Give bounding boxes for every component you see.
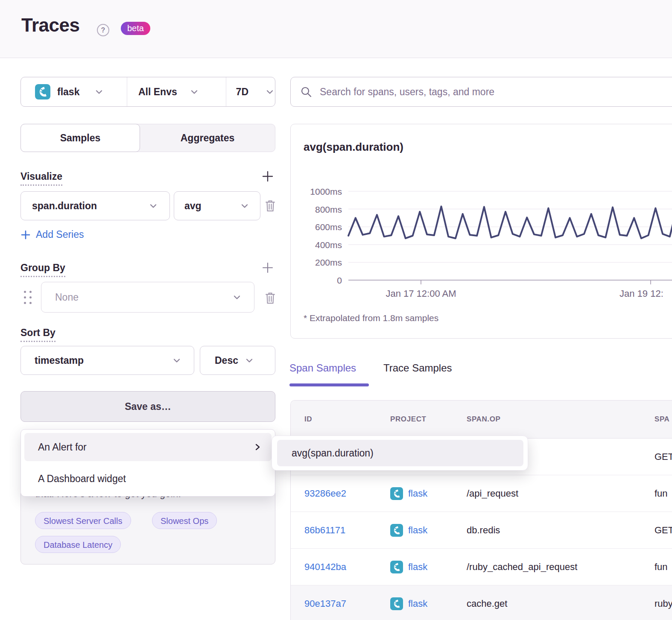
alert-submenu: avg(span.duration)	[272, 436, 528, 471]
menu-item-label: A Dashboard widget	[38, 473, 126, 485]
menu-item-label: An Alert for	[38, 442, 87, 453]
chevron-down-icon	[172, 355, 182, 366]
help-icon[interactable]: ?	[97, 24, 109, 36]
project-link[interactable]: flask	[408, 598, 427, 609]
table-row: 90e137a7flaskcache.getruby	[291, 585, 672, 620]
suggestion-pill-database-latency[interactable]: Database Latency	[35, 536, 121, 553]
environment-selector[interactable]: All Envs	[127, 77, 226, 106]
menu-item-an-alert-for[interactable]: An Alert for	[24, 433, 272, 461]
page-title: Traces	[21, 15, 79, 36]
y-axis-tick-label: 400ms	[315, 240, 342, 250]
flask-project-icon	[35, 84, 50, 99]
span-search-bar[interactable]	[290, 77, 672, 107]
visualize-heading: Visualize	[20, 171, 62, 186]
project-cell[interactable]: flask	[390, 549, 427, 585]
span-id-link[interactable]: 86b61171	[304, 512, 345, 548]
sort-direction-value: Desc	[215, 355, 238, 366]
visualize-aggregate-select[interactable]: avg	[174, 191, 260, 220]
column-header-project: PROJECT	[390, 401, 427, 438]
submenu-item-avg-span-duration[interactable]: avg(span.duration)	[277, 440, 523, 466]
project-link[interactable]: flask	[408, 562, 427, 573]
add-series-button[interactable]: Add Series	[20, 229, 84, 240]
save-as-button[interactable]: Save as…	[20, 391, 275, 422]
chevron-down-icon	[189, 87, 199, 97]
flask-project-icon	[390, 524, 403, 537]
drag-handle[interactable]	[22, 290, 33, 305]
y-axis-tick-label: 0	[337, 275, 342, 285]
span-id-link[interactable]: 90e137a7	[304, 585, 346, 620]
tab-trace-samples[interactable]: Trace Samples	[383, 362, 452, 374]
group-by-placeholder: None	[55, 292, 79, 303]
beta-badge: beta	[121, 22, 150, 35]
project-selector[interactable]: flask	[21, 77, 127, 106]
delete-visualize-icon[interactable]	[263, 197, 278, 214]
flask-project-icon	[390, 597, 403, 610]
y-axis-tick-label: 600ms	[315, 222, 342, 232]
chevron-down-icon	[265, 87, 275, 97]
project-cell[interactable]: flask	[390, 585, 427, 620]
menu-item-dashboard-widget[interactable]: A Dashboard widget	[24, 465, 272, 493]
date-range-selector[interactable]: 7D	[226, 77, 275, 106]
column-header-span-description: SPA	[654, 401, 670, 438]
tab-span-samples[interactable]: Span Samples	[289, 362, 356, 374]
column-header-span-op: SPAN.OP	[467, 401, 500, 438]
table-row: 86b61171flaskdb.redisGET	[291, 512, 672, 549]
search-input[interactable]	[319, 79, 672, 105]
span-id-link[interactable]: 940142ba	[304, 549, 346, 585]
span-op-cell: db.redis	[467, 512, 500, 548]
page-filter-bar: flask All Envs 7D	[20, 77, 275, 107]
span-description-cell: fun	[654, 475, 668, 512]
x-axis-tick-label: Jan 17 12:00 AM	[386, 288, 456, 299]
suggestion-pill-slowest-ops[interactable]: Slowest Ops	[152, 512, 217, 529]
add-visualize-icon[interactable]	[261, 170, 274, 183]
table-header: ID PROJECT SPAN.OP SPA	[291, 401, 672, 439]
chart-footnote: * Extrapolated from 1.8m samples	[304, 313, 438, 323]
project-cell[interactable]: flask	[390, 512, 427, 548]
project-cell[interactable]: flask	[390, 475, 427, 512]
span-samples-table: ID PROJECT SPAN.OP SPA GET93286ee2flask/…	[290, 400, 672, 620]
table-row: 93286ee2flask/api_requestfun	[291, 475, 672, 512]
chevron-down-icon	[232, 292, 242, 302]
duration-series-line	[348, 206, 672, 240]
date-range-value: 7D	[236, 86, 248, 98]
group-by-heading: Group By	[20, 262, 65, 277]
tab-samples[interactable]: Samples	[20, 124, 140, 152]
tab-aggregates[interactable]: Aggregates	[140, 124, 275, 152]
visualize-aggregate-value: avg	[184, 200, 202, 212]
project-link[interactable]: flask	[408, 488, 427, 499]
visualize-field-value: span.duration	[32, 200, 97, 212]
span-op-cell: /api_request	[467, 475, 518, 512]
group-by-select[interactable]: None	[41, 282, 254, 313]
add-group-by-icon[interactable]	[261, 261, 274, 274]
duration-line-chart: 0200ms400ms600ms800ms1000ms Jan 17 12:00…	[291, 124, 672, 338]
environment-value: All Envs	[138, 86, 177, 98]
span-description-cell: fun	[654, 549, 668, 585]
sort-field-select[interactable]: timestamp	[20, 346, 194, 375]
traces-page: Traces ? beta flask All Envs 7D Samples …	[0, 0, 672, 620]
span-op-cell: /ruby_cached_api_request	[467, 549, 577, 585]
project-name: flask	[57, 86, 79, 98]
sort-field-value: timestamp	[35, 355, 84, 366]
suggestion-pill-slowest-server-calls[interactable]: Slowest Server Calls	[35, 512, 131, 529]
y-axis-tick-label: 800ms	[315, 205, 342, 214]
span-id-link[interactable]: 93286ee2	[304, 475, 346, 512]
active-tab-indicator	[289, 383, 369, 386]
chevron-down-icon	[148, 201, 158, 211]
span-description-cell: GET	[654, 439, 672, 475]
chevron-down-icon	[94, 87, 104, 97]
flask-project-icon	[390, 487, 403, 500]
flask-project-icon	[390, 561, 403, 573]
span-op-cell: cache.get	[467, 585, 507, 620]
plus-icon	[20, 230, 31, 240]
sort-direction-select[interactable]: Desc	[200, 346, 275, 375]
sort-by-heading: Sort By	[20, 327, 56, 342]
chevron-down-icon	[240, 201, 250, 211]
x-axis-tick-label: Jan 19 12:	[619, 288, 663, 299]
visualize-field-select[interactable]: span.duration	[20, 191, 170, 220]
delete-group-by-icon[interactable]	[263, 290, 278, 307]
span-description-cell: GET	[654, 512, 672, 548]
column-header-id: ID	[304, 401, 312, 438]
project-link[interactable]: flask	[408, 525, 427, 536]
search-icon	[300, 86, 312, 98]
chevron-down-icon	[244, 355, 254, 366]
